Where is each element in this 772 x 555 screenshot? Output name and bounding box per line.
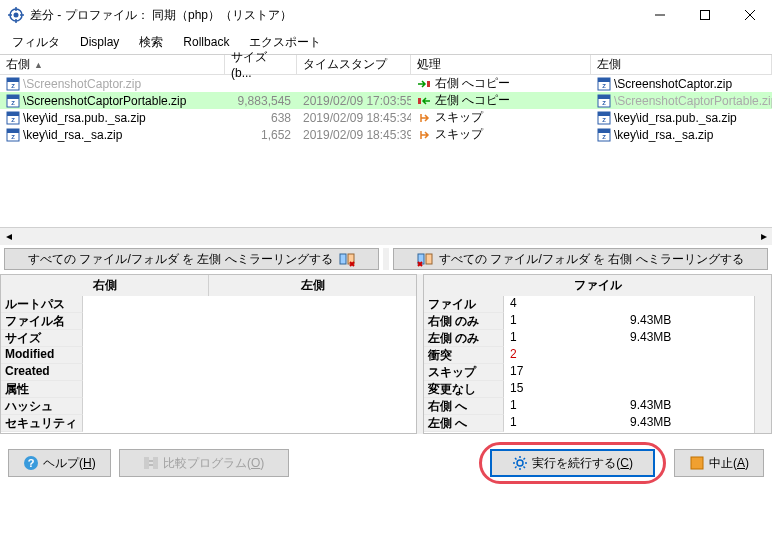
- details-label: ハッシュ: [1, 398, 83, 415]
- stats-label: 左側 のみ: [424, 330, 504, 347]
- file-grid: 右側▲ サイズ (b... タイムスタンプ 処理 左側 Z\Screenshot…: [0, 54, 772, 244]
- zip-file-icon: Z: [597, 77, 611, 91]
- continue-button[interactable]: 実行を続行する(C): [490, 449, 655, 477]
- table-row[interactable]: Z\ScreenshotCaptor.zip右側 へコピーZ\Screensho…: [0, 75, 772, 92]
- details-label: Created: [1, 364, 83, 381]
- copy-left-icon: [417, 95, 431, 107]
- horizontal-scrollbar[interactable]: ◂ ▸: [0, 227, 772, 244]
- details-body: ルートパスファイル名サイズ(bytes)ModifiedCreated属性ハッシ…: [1, 296, 416, 433]
- scroll-right-button[interactable]: ▸: [755, 228, 772, 245]
- cell-right: Z\key\id_rsa._sa.zip: [0, 128, 225, 142]
- svg-rect-15: [598, 78, 610, 82]
- compare-button[interactable]: 比較プログラム(O): [119, 449, 289, 477]
- svg-rect-25: [7, 112, 19, 116]
- cell-process: スキップ: [411, 126, 591, 143]
- cell-size: 1,652: [225, 128, 297, 142]
- menu-filter[interactable]: フィルタ: [4, 32, 68, 53]
- svg-rect-47: [153, 457, 158, 469]
- svg-rect-28: [598, 112, 610, 116]
- cell-process: 左側 へコピー: [411, 92, 591, 109]
- mirror-splitter[interactable]: [383, 248, 389, 270]
- continue-label: 実行を続行する(C): [532, 455, 633, 472]
- details-row: Created: [1, 364, 416, 381]
- col-right[interactable]: 右側▲: [0, 55, 225, 74]
- stats-header[interactable]: ファイル: [424, 275, 771, 296]
- col-timestamp[interactable]: タイムスタンプ: [297, 55, 411, 74]
- grid-header: 右側▲ サイズ (b... タイムスタンプ 処理 左側: [0, 55, 772, 75]
- cell-timestamp: 2019/02/09 18:45:34: [297, 111, 411, 125]
- svg-text:?: ?: [28, 457, 35, 469]
- scroll-track[interactable]: [17, 228, 755, 245]
- svg-text:Z: Z: [11, 134, 15, 140]
- details-header-left[interactable]: 左側: [209, 275, 416, 296]
- stats-label: 右側 のみ: [424, 313, 504, 330]
- svg-line-53: [515, 458, 517, 460]
- stats-row: スキップ17: [424, 364, 754, 381]
- grid-body[interactable]: Z\ScreenshotCaptor.zip右側 へコピーZ\Screensho…: [0, 75, 772, 227]
- details-label: ルートパス: [1, 296, 83, 313]
- cell-timestamp: 2019/02/09 17:03:55: [297, 94, 411, 108]
- stats-row: 右側 のみ19.43MB: [424, 313, 754, 330]
- stats-label: 右側 へ: [424, 398, 504, 415]
- svg-rect-13: [427, 81, 430, 87]
- cell-left: Z\ScreenshotCaptorPortable.zip: [591, 94, 772, 108]
- details-value: [83, 347, 416, 364]
- details-row: セキュリティ: [1, 415, 416, 432]
- mirror-right-icon: [417, 251, 433, 267]
- svg-text:Z: Z: [602, 134, 606, 140]
- menu-search[interactable]: 検索: [131, 32, 171, 53]
- svg-rect-36: [340, 254, 346, 264]
- cell-timestamp: 2019/02/09 18:45:39: [297, 128, 411, 142]
- svg-text:Z: Z: [11, 83, 15, 89]
- zip-file-icon: Z: [6, 111, 20, 125]
- details-value: [83, 415, 416, 432]
- table-row[interactable]: Z\key\id_rsa.pub._sa.zip6382019/02/09 18…: [0, 109, 772, 126]
- col-size[interactable]: サイズ (b...: [225, 55, 297, 74]
- minimize-button[interactable]: [637, 0, 682, 30]
- stop-icon: [689, 455, 705, 471]
- menu-display[interactable]: Display: [72, 33, 127, 51]
- details-header-right[interactable]: 右側: [1, 275, 209, 296]
- stats-count: 4: [504, 296, 624, 313]
- stats-panel: ファイル ファイル4右側 のみ19.43MB左側 のみ19.43MB衝突2スキッ…: [423, 274, 772, 434]
- details-row: Modified: [1, 347, 416, 364]
- stop-button[interactable]: 中止(A): [674, 449, 764, 477]
- stats-size: 9.43MB: [624, 398, 754, 415]
- scroll-left-button[interactable]: ◂: [0, 228, 17, 245]
- stop-label: 中止(A): [709, 455, 749, 472]
- stats-scrollbar[interactable]: [754, 296, 771, 433]
- zip-file-icon: Z: [6, 77, 20, 91]
- details-label: 属性: [1, 381, 83, 398]
- details-row: ハッシュ: [1, 398, 416, 415]
- close-button[interactable]: [727, 0, 772, 30]
- svg-line-55: [515, 467, 517, 469]
- stats-size: [624, 364, 754, 381]
- help-button[interactable]: ? ヘルプ(H): [8, 449, 111, 477]
- details-panel: 右側 左側 ルートパスファイル名サイズ(bytes)ModifiedCreate…: [0, 274, 417, 434]
- details-label: Modified: [1, 347, 83, 364]
- svg-line-54: [524, 467, 526, 469]
- details-value: [83, 296, 416, 313]
- stats-body: ファイル4右側 のみ19.43MB左側 のみ19.43MB衝突2スキップ17変更…: [424, 296, 754, 433]
- svg-text:Z: Z: [602, 100, 606, 106]
- stats-row: 左側 のみ19.43MB: [424, 330, 754, 347]
- stats-count: 1: [504, 415, 624, 432]
- details-row: サイズ(bytes): [1, 330, 416, 347]
- svg-rect-20: [418, 98, 421, 104]
- stats-row: ファイル4: [424, 296, 754, 313]
- table-row[interactable]: Z\ScreenshotCaptorPortable.zip9,883,5452…: [0, 92, 772, 109]
- stats-size: [624, 381, 754, 398]
- maximize-button[interactable]: [682, 0, 727, 30]
- stats-row: 右側 へ19.43MB: [424, 398, 754, 415]
- stats-count: 17: [504, 364, 624, 381]
- details-value: [83, 364, 416, 381]
- col-left[interactable]: 左側: [591, 55, 772, 74]
- menu-rollback[interactable]: Rollback: [175, 33, 237, 51]
- mirror-left-button[interactable]: すべての ファイル/フォルダ を 左側 へミラーリングする: [4, 248, 379, 270]
- col-process[interactable]: 処理: [411, 55, 591, 74]
- table-row[interactable]: Z\key\id_rsa._sa.zip1,6522019/02/09 18:4…: [0, 126, 772, 143]
- mirror-left-icon: [339, 251, 355, 267]
- menubar: フィルタ Display 検索 Rollback エクスポート: [0, 30, 772, 54]
- zip-file-icon: Z: [6, 128, 20, 142]
- mirror-right-button[interactable]: すべての ファイル/フォルダ を 右側 へミラーリングする: [393, 248, 768, 270]
